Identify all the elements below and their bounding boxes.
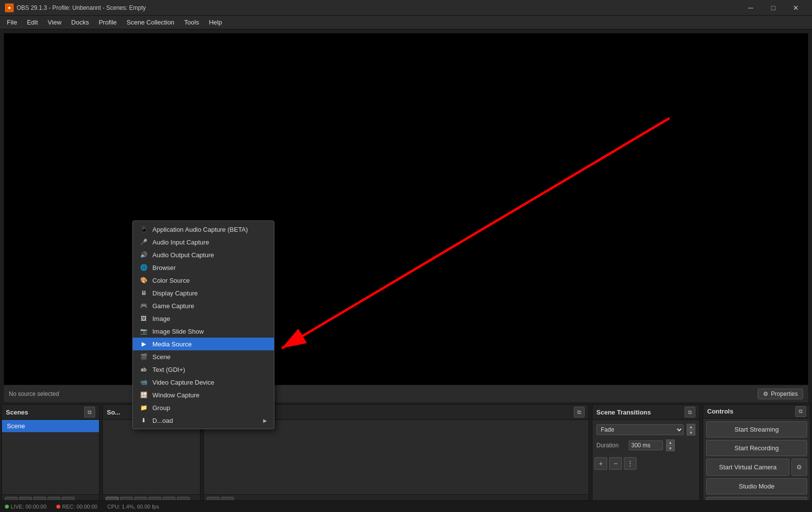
audio-mixer-content xyxy=(204,420,589,494)
menu-profile[interactable]: Profile xyxy=(94,17,122,27)
menu-scene-collection[interactable]: Scene Collection xyxy=(122,17,179,27)
ctx-game-capture[interactable]: 🎮 Game Capture xyxy=(133,299,274,312)
live-status: LIVE: 00:00:00 xyxy=(5,504,47,510)
ctx-color-source[interactable]: 🎨 Color Source xyxy=(133,274,274,287)
close-button[interactable]: ✕ xyxy=(785,0,807,16)
audio-panel-controls: ⧉ xyxy=(574,407,585,417)
scenes-float-button[interactable]: ⧉ xyxy=(84,407,95,417)
ctx-media-source-label: Media Source xyxy=(152,341,192,348)
no-source-label: No source selected xyxy=(9,390,59,397)
ctx-color-source-label: Color Source xyxy=(152,277,190,284)
transitions-panel-title: Scene Transitions xyxy=(596,409,651,416)
scenes-panel: Scenes ⧉ Scene + − ⧉ ▲ ▼ xyxy=(1,404,99,512)
transition-type-select[interactable]: Fade Cut xyxy=(596,424,684,435)
controls-panel-title: Controls xyxy=(707,408,733,415)
transitions-content: Fade Cut ▲ ▼ Duration ▲ ▼ xyxy=(592,420,699,455)
display-capture-icon: 🖥 xyxy=(140,289,148,297)
live-label: LIVE: 00:00:00 xyxy=(11,504,47,510)
duration-input[interactable] xyxy=(629,440,663,450)
duration-label: Duration xyxy=(596,442,626,449)
ctx-display-capture-label: Display Capture xyxy=(152,290,198,297)
sources-list xyxy=(103,420,200,494)
menu-file[interactable]: File xyxy=(2,17,22,27)
ctx-display-capture[interactable]: 🖥 Display Capture xyxy=(133,287,274,299)
ctx-video-capture[interactable]: 📹 Video Capture Device xyxy=(133,376,274,389)
start-recording-button[interactable]: Start Recording xyxy=(706,440,807,456)
video-capture-icon: 📹 xyxy=(140,378,148,386)
ctx-group-label: Group xyxy=(152,404,170,412)
duration-down-spinner[interactable]: ▼ xyxy=(666,445,675,451)
ctx-image-label: Image xyxy=(152,315,170,322)
duration-row: Duration ▲ ▼ xyxy=(596,439,695,451)
rec-status: REC: 00:00:00 xyxy=(56,504,98,510)
menu-tools[interactable]: Tools xyxy=(179,17,204,27)
maximize-button[interactable]: □ xyxy=(762,0,785,16)
group-icon: 📁 xyxy=(140,404,148,412)
scenes-panel-header: Scenes ⧉ xyxy=(2,405,99,420)
ctx-browser[interactable]: 🌐 Browser xyxy=(133,261,274,274)
ctx-scene[interactable]: 🎬 Scene xyxy=(133,350,274,363)
ctx-audio-input-label: Audio Input Capture xyxy=(152,239,209,246)
controls-content: Start Streaming Start Recording Start Vi… xyxy=(703,418,810,512)
menu-edit[interactable]: Edit xyxy=(22,17,43,27)
source-info-bar: No source selected ⚙ Properties xyxy=(4,385,808,402)
ctx-window-capture[interactable]: 🪟 Window Capture xyxy=(133,389,274,401)
duration-spinners: ▲ ▼ xyxy=(666,439,675,451)
menu-help[interactable]: Help xyxy=(204,17,227,27)
scenes-panel-controls: ⧉ xyxy=(84,407,95,417)
duration-up-spinner[interactable]: ▲ xyxy=(666,439,675,445)
ctx-game-capture-label: Game Capture xyxy=(152,302,194,310)
scenes-list: Scene xyxy=(2,420,99,494)
transition-down-spinner[interactable]: ▼ xyxy=(687,430,695,436)
transitions-panel-header: Scene Transitions ⧉ xyxy=(592,405,699,420)
transition-type-row: Fade Cut ▲ ▼ xyxy=(596,424,695,436)
ctx-download-label: D...oad xyxy=(152,417,173,424)
ctx-app-audio[interactable]: 📱 Application Audio Capture (BETA) xyxy=(133,223,274,236)
preview-area: No source selected ⚙ Properties Scenes ⧉… xyxy=(0,29,812,512)
ctx-scene-label: Scene xyxy=(152,353,171,361)
ctx-image[interactable]: 🖼 Image xyxy=(133,312,274,325)
text-gdi-icon: ab xyxy=(140,366,148,373)
svg-line-1 xyxy=(282,118,669,348)
ctx-audio-input[interactable]: 🎤 Audio Input Capture xyxy=(133,236,274,248)
menu-view[interactable]: View xyxy=(43,17,66,27)
menu-docks[interactable]: Docks xyxy=(66,17,94,27)
scene-icon: 🎬 xyxy=(140,353,148,361)
transitions-panel: Scene Transitions ⧉ Fade Cut ▲ ▼ xyxy=(592,404,700,512)
preview-canvas xyxy=(4,33,808,385)
ctx-download[interactable]: ⬇ D...oad ▶ xyxy=(133,414,274,427)
transitions-panel-controls: ⧉ xyxy=(685,407,695,417)
ctx-video-capture-label: Video Capture Device xyxy=(152,379,214,386)
audio-input-icon: 🎤 xyxy=(140,238,148,246)
ctx-download-arrow: ▶ xyxy=(263,418,267,423)
titlebar: ● OBS 29.1.3 - Profile: Unbenannt - Scen… xyxy=(0,0,812,16)
ctx-text-gdi[interactable]: ab Text (GDI+) xyxy=(133,363,274,376)
window-title: OBS 29.1.3 - Profile: Unbenannt - Scenes… xyxy=(17,4,739,11)
properties-button[interactable]: ⚙ Properties xyxy=(758,389,803,399)
ctx-app-audio-label: Application Audio Capture (BETA) xyxy=(152,226,248,233)
virtual-camera-settings-icon[interactable]: ⚙ xyxy=(791,459,807,476)
cpu-status: CPU: 1.4%, 60.00 fps xyxy=(107,504,159,510)
transitions-add-button[interactable]: + xyxy=(594,457,607,470)
studio-mode-button[interactable]: Studio Mode xyxy=(706,478,807,494)
scenes-panel-title: Scenes xyxy=(6,409,28,416)
transitions-float-button[interactable]: ⧉ xyxy=(685,407,695,417)
ctx-audio-output[interactable]: 🔊 Audio Output Capture xyxy=(133,248,274,261)
start-streaming-button[interactable]: Start Streaming xyxy=(706,421,807,438)
start-virtual-camera-button[interactable]: Start Virtual Camera xyxy=(706,459,789,476)
transitions-more-button[interactable]: ⋮ xyxy=(624,457,637,470)
minimize-button[interactable]: ─ xyxy=(739,0,762,16)
ctx-text-gdi-label: Text (GDI+) xyxy=(152,366,185,373)
transition-up-spinner[interactable]: ▲ xyxy=(687,424,695,430)
controls-panel: Controls ⧉ Start Streaming Start Recordi… xyxy=(703,404,811,512)
ctx-group[interactable]: 📁 Group xyxy=(133,401,274,414)
transitions-remove-button[interactable]: − xyxy=(609,457,622,470)
ctx-image-slideshow[interactable]: 📷 Image Slide Show xyxy=(133,325,274,338)
ctx-window-capture-label: Window Capture xyxy=(152,391,199,399)
audio-float-button[interactable]: ⧉ xyxy=(574,407,585,417)
controls-float-button[interactable]: ⧉ xyxy=(795,406,806,417)
scene-item-scene[interactable]: Scene xyxy=(2,420,99,432)
sources-panel-title: So... xyxy=(107,409,120,416)
ctx-media-source[interactable]: ▶ Media Source xyxy=(133,338,274,350)
menubar: File Edit View Docks Profile Scene Colle… xyxy=(0,16,812,29)
